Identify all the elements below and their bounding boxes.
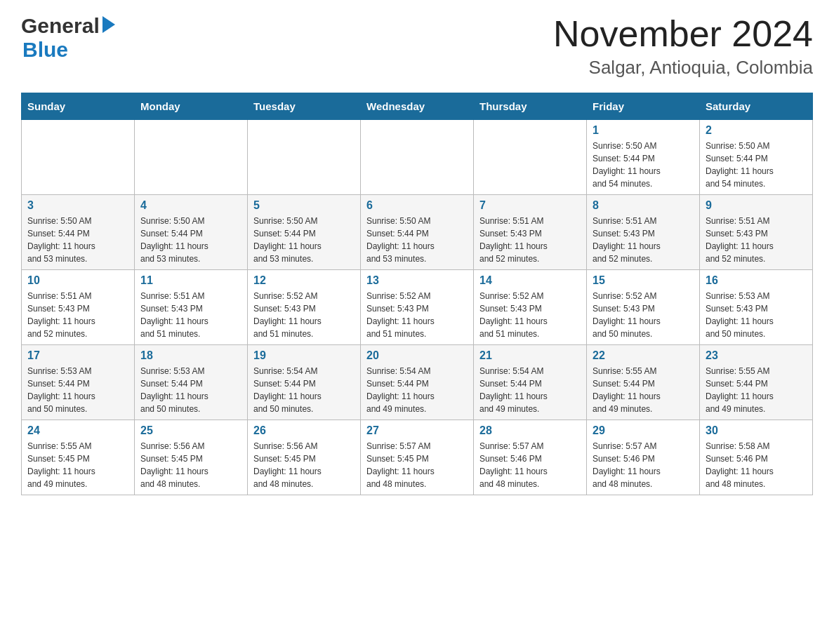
- calendar-day-cell: 12Sunrise: 5:52 AMSunset: 5:43 PMDayligh…: [248, 270, 361, 345]
- day-number: 6: [366, 199, 468, 212]
- header: General Blue November 2024 Salgar, Antio…: [21, 14, 813, 79]
- day-number: 18: [140, 349, 241, 362]
- day-info: Sunrise: 5:57 AMSunset: 5:45 PMDaylight:…: [366, 440, 468, 490]
- calendar-day-cell: 19Sunrise: 5:54 AMSunset: 5:44 PMDayligh…: [248, 345, 361, 420]
- day-info: Sunrise: 5:55 AMSunset: 5:44 PMDaylight:…: [593, 365, 694, 415]
- calendar-day-cell: 5Sunrise: 5:50 AMSunset: 5:44 PMDaylight…: [248, 195, 361, 270]
- day-info: Sunrise: 5:53 AMSunset: 5:43 PMDaylight:…: [706, 290, 807, 340]
- day-info: Sunrise: 5:52 AMSunset: 5:43 PMDaylight:…: [479, 290, 581, 340]
- calendar-day-cell: 22Sunrise: 5:55 AMSunset: 5:44 PMDayligh…: [587, 345, 700, 420]
- calendar-weekday-header: Monday: [135, 93, 248, 120]
- logo-arrow-icon: [102, 16, 115, 33]
- calendar-day-cell: 16Sunrise: 5:53 AMSunset: 5:43 PMDayligh…: [700, 270, 813, 345]
- day-number: 30: [706, 424, 807, 437]
- day-number: 27: [366, 424, 468, 437]
- calendar-weekday-header: Friday: [587, 93, 700, 120]
- day-number: 21: [479, 349, 581, 362]
- day-number: 4: [140, 199, 241, 212]
- day-number: 15: [593, 274, 694, 287]
- day-info: Sunrise: 5:50 AMSunset: 5:44 PMDaylight:…: [593, 140, 694, 190]
- day-info: Sunrise: 5:53 AMSunset: 5:44 PMDaylight:…: [140, 365, 241, 415]
- day-number: 12: [253, 274, 355, 287]
- day-number: 2: [706, 124, 807, 137]
- day-info: Sunrise: 5:50 AMSunset: 5:44 PMDaylight:…: [366, 215, 468, 265]
- calendar-week-row: 24Sunrise: 5:55 AMSunset: 5:45 PMDayligh…: [22, 420, 813, 495]
- calendar-day-cell: 18Sunrise: 5:53 AMSunset: 5:44 PMDayligh…: [135, 345, 248, 420]
- calendar-day-cell: 29Sunrise: 5:57 AMSunset: 5:46 PMDayligh…: [587, 420, 700, 495]
- day-info: Sunrise: 5:50 AMSunset: 5:44 PMDaylight:…: [140, 215, 241, 265]
- day-info: Sunrise: 5:51 AMSunset: 5:43 PMDaylight:…: [140, 290, 241, 340]
- calendar-week-row: 17Sunrise: 5:53 AMSunset: 5:44 PMDayligh…: [22, 345, 813, 420]
- calendar-day-cell: 2Sunrise: 5:50 AMSunset: 5:44 PMDaylight…: [700, 120, 813, 195]
- calendar-day-cell: 14Sunrise: 5:52 AMSunset: 5:43 PMDayligh…: [474, 270, 587, 345]
- calendar-day-cell: 17Sunrise: 5:53 AMSunset: 5:44 PMDayligh…: [22, 345, 135, 420]
- calendar-day-cell: 1Sunrise: 5:50 AMSunset: 5:44 PMDaylight…: [587, 120, 700, 195]
- day-number: 14: [479, 274, 581, 287]
- day-number: 13: [366, 274, 468, 287]
- day-info: Sunrise: 5:54 AMSunset: 5:44 PMDaylight:…: [479, 365, 581, 415]
- day-number: 26: [253, 424, 355, 437]
- calendar-day-cell: 4Sunrise: 5:50 AMSunset: 5:44 PMDaylight…: [135, 195, 248, 270]
- day-number: 5: [253, 199, 355, 212]
- day-info: Sunrise: 5:52 AMSunset: 5:43 PMDaylight:…: [593, 290, 694, 340]
- calendar-day-cell: 10Sunrise: 5:51 AMSunset: 5:43 PMDayligh…: [22, 270, 135, 345]
- calendar-day-cell: [474, 120, 587, 195]
- day-info: Sunrise: 5:56 AMSunset: 5:45 PMDaylight:…: [140, 440, 241, 490]
- day-number: 9: [706, 199, 807, 212]
- day-info: Sunrise: 5:57 AMSunset: 5:46 PMDaylight:…: [479, 440, 581, 490]
- day-info: Sunrise: 5:51 AMSunset: 5:43 PMDaylight:…: [27, 290, 128, 340]
- calendar-week-row: 3Sunrise: 5:50 AMSunset: 5:44 PMDaylight…: [22, 195, 813, 270]
- day-info: Sunrise: 5:50 AMSunset: 5:44 PMDaylight:…: [706, 140, 807, 190]
- calendar-weekday-header: Sunday: [22, 93, 135, 120]
- calendar-day-cell: 27Sunrise: 5:57 AMSunset: 5:45 PMDayligh…: [361, 420, 474, 495]
- calendar-table: SundayMondayTuesdayWednesdayThursdayFrid…: [21, 93, 813, 495]
- calendar-day-cell: 8Sunrise: 5:51 AMSunset: 5:43 PMDaylight…: [587, 195, 700, 270]
- day-number: 8: [593, 199, 694, 212]
- calendar-day-cell: 24Sunrise: 5:55 AMSunset: 5:45 PMDayligh…: [22, 420, 135, 495]
- logo-general-text: General: [21, 14, 100, 38]
- day-number: 16: [706, 274, 807, 287]
- calendar-day-cell: 20Sunrise: 5:54 AMSunset: 5:44 PMDayligh…: [361, 345, 474, 420]
- day-info: Sunrise: 5:54 AMSunset: 5:44 PMDaylight:…: [366, 365, 468, 415]
- calendar-day-cell: 11Sunrise: 5:51 AMSunset: 5:43 PMDayligh…: [135, 270, 248, 345]
- day-info: Sunrise: 5:55 AMSunset: 5:44 PMDaylight:…: [706, 365, 807, 415]
- day-info: Sunrise: 5:57 AMSunset: 5:46 PMDaylight:…: [593, 440, 694, 490]
- calendar-week-row: 1Sunrise: 5:50 AMSunset: 5:44 PMDaylight…: [22, 120, 813, 195]
- calendar-weekday-header: Thursday: [474, 93, 587, 120]
- day-info: Sunrise: 5:55 AMSunset: 5:45 PMDaylight:…: [27, 440, 128, 490]
- day-info: Sunrise: 5:50 AMSunset: 5:44 PMDaylight:…: [27, 215, 128, 265]
- logo-blue-text: Blue: [22, 38, 68, 62]
- day-number: 29: [593, 424, 694, 437]
- location-title: Salgar, Antioquia, Colombia: [553, 57, 813, 79]
- day-info: Sunrise: 5:50 AMSunset: 5:44 PMDaylight:…: [253, 215, 355, 265]
- day-info: Sunrise: 5:53 AMSunset: 5:44 PMDaylight:…: [27, 365, 128, 415]
- calendar-week-row: 10Sunrise: 5:51 AMSunset: 5:43 PMDayligh…: [22, 270, 813, 345]
- calendar-day-cell: 13Sunrise: 5:52 AMSunset: 5:43 PMDayligh…: [361, 270, 474, 345]
- calendar-header-row: SundayMondayTuesdayWednesdayThursdayFrid…: [22, 93, 813, 120]
- calendar-day-cell: 9Sunrise: 5:51 AMSunset: 5:43 PMDaylight…: [700, 195, 813, 270]
- calendar-weekday-header: Tuesday: [248, 93, 361, 120]
- day-info: Sunrise: 5:54 AMSunset: 5:44 PMDaylight:…: [253, 365, 355, 415]
- calendar-day-cell: [22, 120, 135, 195]
- calendar-day-cell: [135, 120, 248, 195]
- calendar-day-cell: 26Sunrise: 5:56 AMSunset: 5:45 PMDayligh…: [248, 420, 361, 495]
- day-number: 3: [27, 199, 128, 212]
- calendar-day-cell: [361, 120, 474, 195]
- day-info: Sunrise: 5:51 AMSunset: 5:43 PMDaylight:…: [479, 215, 581, 265]
- month-title: November 2024: [553, 14, 813, 54]
- day-info: Sunrise: 5:58 AMSunset: 5:46 PMDaylight:…: [706, 440, 807, 490]
- day-number: 28: [479, 424, 581, 437]
- day-info: Sunrise: 5:52 AMSunset: 5:43 PMDaylight:…: [253, 290, 355, 340]
- day-number: 19: [253, 349, 355, 362]
- day-number: 20: [366, 349, 468, 362]
- calendar-day-cell: 7Sunrise: 5:51 AMSunset: 5:43 PMDaylight…: [474, 195, 587, 270]
- logo: General Blue: [21, 14, 115, 62]
- calendar-day-cell: 15Sunrise: 5:52 AMSunset: 5:43 PMDayligh…: [587, 270, 700, 345]
- calendar-weekday-header: Wednesday: [361, 93, 474, 120]
- day-info: Sunrise: 5:52 AMSunset: 5:43 PMDaylight:…: [366, 290, 468, 340]
- day-number: 24: [27, 424, 128, 437]
- day-number: 22: [593, 349, 694, 362]
- calendar-day-cell: 23Sunrise: 5:55 AMSunset: 5:44 PMDayligh…: [700, 345, 813, 420]
- day-number: 11: [140, 274, 241, 287]
- day-number: 23: [706, 349, 807, 362]
